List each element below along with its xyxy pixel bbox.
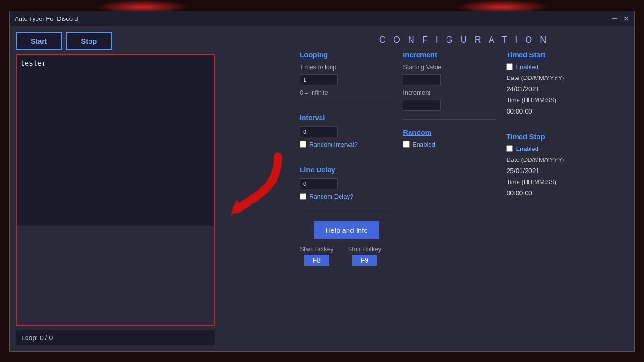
timed-start-enabled-label: Enabled bbox=[516, 63, 538, 71]
looping-times-label: Times to loop bbox=[300, 63, 394, 71]
random-header: Random bbox=[403, 128, 497, 136]
config-title: C O N F I G U R A T I O N bbox=[300, 32, 628, 51]
timed-stop-date-label: Date (DD/MM/YYYY) bbox=[506, 156, 628, 163]
random-enabled-row: Enabled bbox=[403, 141, 497, 148]
close-button[interactable]: ✕ bbox=[623, 14, 629, 23]
increment-header: Increment bbox=[403, 51, 497, 59]
stop-hotkey-group: Stop Hotkey F9 bbox=[348, 246, 382, 266]
timed-stop-header: Timed Stop bbox=[506, 132, 628, 141]
help-button[interactable]: Help and Info bbox=[314, 221, 379, 239]
interval-value-input[interactable] bbox=[300, 126, 338, 137]
increment-starting-label: Starting Value bbox=[403, 63, 497, 71]
main-window: Auto Typer For Discord ─ ✕ Start Stop te… bbox=[9, 11, 635, 352]
stop-button[interactable]: Stop bbox=[66, 32, 112, 50]
config-panel: C O N F I G U R A T I O N Looping Times … bbox=[300, 32, 628, 345]
start-hotkey-label: Start Hotkey bbox=[300, 246, 334, 253]
looping-header: Looping bbox=[300, 51, 394, 59]
random-delay-row: Random Delay? bbox=[300, 193, 394, 200]
minimize-button[interactable]: ─ bbox=[612, 14, 617, 23]
timed-start-enabled-row: Enabled bbox=[506, 63, 628, 71]
line-delay-header: Line Delay bbox=[300, 166, 394, 174]
random-enabled-checkbox[interactable] bbox=[403, 141, 410, 148]
timed-stop-date-value: 25/01/2021 bbox=[506, 167, 628, 175]
start-hotkey-group: Start Hotkey F8 bbox=[300, 246, 334, 266]
col-looping: Looping Times to loop 0 = infinite Inter… bbox=[300, 51, 394, 345]
stop-hotkey-button[interactable]: F9 bbox=[352, 255, 377, 266]
stop-hotkey-label: Stop Hotkey bbox=[348, 246, 382, 253]
timed-start-time-value: 00:00:00 bbox=[506, 107, 628, 115]
message-input[interactable]: tester bbox=[17, 55, 214, 226]
arrow-icon bbox=[222, 141, 293, 236]
timed-start-time-label: Time (HH:MM:SS) bbox=[506, 97, 628, 104]
timed-start-date-label: Date (DD/MM/YYYY) bbox=[506, 74, 628, 81]
hotkey-row: Start Hotkey F8 Stop Hotkey F9 bbox=[300, 246, 394, 266]
increment-starting-input[interactable] bbox=[403, 74, 441, 85]
random-enabled-label: Enabled bbox=[412, 141, 435, 148]
timed-start-date-value: 24/01/2021 bbox=[506, 85, 628, 93]
start-hotkey-button[interactable]: F8 bbox=[304, 255, 329, 266]
main-content: Start Stop tester Loop: 0 / 0 bbox=[10, 26, 634, 351]
timed-stop-enabled-label: Enabled bbox=[516, 145, 538, 152]
random-delay-label: Random Delay? bbox=[309, 193, 353, 200]
text-area-wrapper: tester bbox=[16, 54, 215, 326]
timed-stop-time-label: Time (HH:MM:SS) bbox=[506, 178, 628, 185]
random-interval-checkbox[interactable] bbox=[300, 141, 306, 148]
loop-status: Loop: 0 / 0 bbox=[16, 330, 215, 345]
random-delay-checkbox[interactable] bbox=[300, 193, 306, 200]
random-interval-label: Random interval? bbox=[309, 141, 358, 148]
looping-infinite-label: 0 = infinite bbox=[300, 89, 394, 96]
interval-header: Interval bbox=[300, 114, 394, 122]
line-delay-input[interactable] bbox=[300, 178, 338, 189]
increment-value-input[interactable] bbox=[403, 100, 441, 111]
col-timed: Timed Start Enabled Date (DD/MM/YYYY) 24… bbox=[506, 51, 628, 345]
action-buttons: Start Stop bbox=[16, 32, 215, 50]
start-button[interactable]: Start bbox=[16, 32, 62, 50]
window-title: Auto Typer For Discord bbox=[15, 15, 78, 22]
window-controls: ─ ✕ bbox=[612, 14, 629, 23]
timed-stop-enabled-checkbox[interactable] bbox=[506, 145, 513, 152]
random-interval-row: Random interval? bbox=[300, 141, 394, 148]
left-panel: Start Stop tester Loop: 0 / 0 bbox=[16, 32, 215, 345]
timed-start-header: Timed Start bbox=[506, 51, 628, 59]
arrow-area bbox=[219, 32, 295, 345]
title-bar: Auto Typer For Discord ─ ✕ bbox=[10, 11, 634, 26]
timed-stop-time-value: 00:00:00 bbox=[506, 189, 628, 197]
timed-start-enabled-checkbox[interactable] bbox=[506, 63, 513, 70]
looping-times-input[interactable] bbox=[300, 74, 338, 85]
config-grid: Looping Times to loop 0 = infinite Inter… bbox=[300, 51, 628, 345]
increment-label: Increment bbox=[403, 89, 497, 96]
col-increment: Increment Starting Value Increment Rando… bbox=[403, 51, 497, 345]
timed-stop-enabled-row: Enabled bbox=[506, 145, 628, 152]
